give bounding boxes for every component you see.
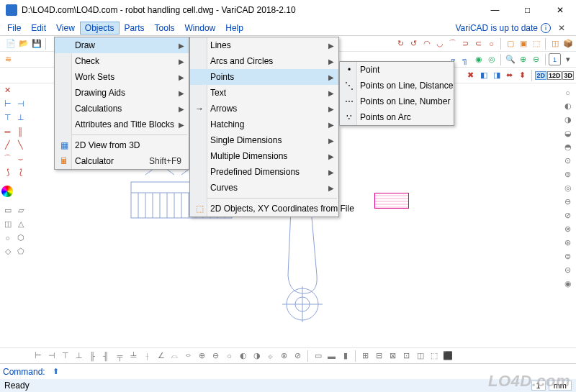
open-file-icon[interactable]: 📂 bbox=[17, 37, 30, 50]
menu-points-distance[interactable]: ⋱Points on Line, Distance bbox=[340, 78, 454, 94]
bt-10-icon[interactable]: ∠ bbox=[155, 350, 167, 362]
lt-misc2-icon[interactable]: ⬠ bbox=[14, 245, 27, 257]
rt-9-icon[interactable]: ⊖ bbox=[562, 196, 574, 208]
arc5-icon[interactable]: ⊂ bbox=[472, 37, 485, 50]
bt-9-icon[interactable]: ⟊ bbox=[141, 350, 153, 362]
lt-seg-icon[interactable]: ⊢ bbox=[1, 98, 14, 110]
menu-tools[interactable]: Tools bbox=[150, 22, 180, 35]
tool-a4-icon[interactable]: ◎ bbox=[485, 53, 498, 65]
arc3-icon[interactable]: ⌒ bbox=[446, 37, 459, 50]
rotate2-icon[interactable]: ↺ bbox=[408, 37, 420, 50]
menu-draw[interactable]: Draw▶ bbox=[55, 37, 189, 53]
menu-point[interactable]: •Point bbox=[340, 62, 454, 78]
wf3-icon[interactable]: ⬌ bbox=[503, 69, 516, 81]
bt-8-icon[interactable]: ╧ bbox=[127, 350, 140, 362]
bt-11-icon[interactable]: ⌓ bbox=[168, 350, 181, 362]
mode-12d-button[interactable]: 12D bbox=[547, 71, 562, 80]
bt-23-icon[interactable]: ▮ bbox=[339, 350, 351, 362]
bt-12-icon[interactable]: ⌔ bbox=[182, 350, 194, 362]
bt-22-icon[interactable]: ▬ bbox=[325, 350, 338, 362]
lt-vline-icon[interactable]: ║ bbox=[14, 125, 27, 137]
menu-2d-from-3d[interactable]: ▦2D View from 3D bbox=[55, 137, 189, 153]
bt-26-icon[interactable]: ⊠ bbox=[387, 350, 399, 362]
bt-27-icon[interactable]: ⊡ bbox=[400, 350, 413, 362]
menu-arcs[interactable]: Arcs and Circles▶ bbox=[190, 53, 338, 69]
minimize-button[interactable]: — bbox=[479, 0, 511, 20]
lt-curve2-icon[interactable]: ⟅ bbox=[14, 166, 27, 178]
zoom-fit-icon[interactable]: 🔍 bbox=[504, 53, 516, 65]
bt-7-icon[interactable]: ╤ bbox=[114, 350, 126, 362]
menu-points-number[interactable]: ⋯Points on Line, Number bbox=[340, 94, 454, 109]
tool-a3-icon[interactable]: ◉ bbox=[472, 53, 485, 65]
lt-arc1-icon[interactable]: ⌒ bbox=[1, 152, 14, 165]
menu-arrows[interactable]: →Arrows▶ bbox=[190, 101, 338, 117]
box5-icon[interactable]: 📦 bbox=[562, 37, 574, 50]
bt-6-icon[interactable]: ╢ bbox=[100, 350, 112, 362]
lt-diag2-icon[interactable]: ╲ bbox=[14, 139, 27, 151]
bt-5-icon[interactable]: ╟ bbox=[86, 350, 99, 362]
close-status-icon[interactable]: ✕ bbox=[554, 23, 570, 33]
lt-x-icon[interactable]: ✕ bbox=[1, 84, 14, 96]
save-icon[interactable]: 💾 bbox=[30, 37, 42, 50]
bt-13-icon[interactable]: ⊕ bbox=[196, 350, 208, 362]
lt-hline-icon[interactable]: ═ bbox=[1, 125, 14, 137]
menu-curves[interactable]: Curves▶ bbox=[190, 180, 338, 196]
rt-13-icon[interactable]: ⊜ bbox=[562, 250, 574, 263]
menu-check[interactable]: Check▶ bbox=[55, 53, 189, 69]
mode-2d-button[interactable]: 2D bbox=[535, 71, 546, 80]
menu-file[interactable]: File bbox=[2, 22, 26, 35]
rt-6-icon[interactable]: ⊙ bbox=[562, 155, 574, 167]
bt-17-icon[interactable]: ◑ bbox=[251, 350, 263, 362]
lt-ext-icon[interactable]: ⊥ bbox=[14, 111, 27, 124]
tool-a2-icon[interactable]: ╗ bbox=[459, 53, 472, 65]
bt-3-icon[interactable]: ⊤ bbox=[59, 350, 71, 362]
menu-drawing-aids[interactable]: Drawing Aids▶ bbox=[55, 85, 189, 101]
menu-parts[interactable]: Parts bbox=[120, 22, 150, 35]
menu-help[interactable]: Help bbox=[220, 22, 248, 35]
menu-2d-from-file[interactable]: ⬚2D Objects, XY Coordinates from File bbox=[190, 201, 338, 216]
menu-view[interactable]: View bbox=[51, 22, 80, 35]
box1-icon[interactable]: ▢ bbox=[504, 37, 516, 50]
grid-num-icon[interactable]: 1 bbox=[549, 53, 561, 65]
menu-calculations[interactable]: Calculations▶ bbox=[55, 101, 189, 117]
bt-25-icon[interactable]: ⊟ bbox=[373, 350, 385, 362]
rt-7-icon[interactable]: ⊚ bbox=[562, 168, 574, 181]
new-file-icon[interactable]: 📄 bbox=[4, 37, 17, 50]
lt-misc1-icon[interactable]: ◇ bbox=[1, 245, 14, 257]
info-icon[interactable]: i bbox=[541, 23, 551, 33]
close-button[interactable]: ✕ bbox=[544, 0, 576, 20]
lt-box-icon[interactable]: ◫ bbox=[1, 218, 14, 230]
bt-18-icon[interactable]: ⟐ bbox=[264, 350, 276, 362]
menu-calculator[interactable]: 🖩CalculatorShift+F9 bbox=[55, 153, 189, 169]
lt-curve1-icon[interactable]: ⟆ bbox=[1, 166, 14, 178]
rt-8-icon[interactable]: ◎ bbox=[562, 182, 574, 194]
bt-28-icon[interactable]: ◫ bbox=[414, 350, 426, 362]
bt-21-icon[interactable]: ▭ bbox=[312, 350, 324, 362]
wf4-icon[interactable]: ⬍ bbox=[516, 69, 528, 81]
rt-3-icon[interactable]: ◑ bbox=[562, 114, 574, 126]
arc2-icon[interactable]: ◡ bbox=[433, 37, 446, 50]
menu-objects[interactable]: Objects bbox=[80, 22, 120, 35]
arc4-icon[interactable]: ⊃ bbox=[459, 37, 472, 50]
lt-circ-icon[interactable]: ○ bbox=[1, 232, 14, 244]
lt-tri-icon[interactable]: △ bbox=[14, 218, 27, 230]
menu-lines[interactable]: Lines▶ bbox=[190, 37, 338, 53]
lt-poly-icon[interactable]: ⬡ bbox=[14, 232, 27, 244]
rt-11-icon[interactable]: ⊗ bbox=[562, 223, 574, 235]
rt-10-icon[interactable]: ⊘ bbox=[562, 209, 574, 222]
box2-icon[interactable]: ▣ bbox=[517, 37, 529, 50]
rt-14-icon[interactable]: ⊝ bbox=[562, 264, 574, 276]
bt-29-icon[interactable]: ⬚ bbox=[428, 350, 440, 362]
rt-5-icon[interactable]: ◓ bbox=[562, 141, 574, 153]
bt-4-icon[interactable]: ⊥ bbox=[73, 350, 85, 362]
maximize-button[interactable]: □ bbox=[511, 0, 544, 20]
bt-30-icon[interactable]: ⬛ bbox=[441, 350, 454, 362]
bt-1-icon[interactable]: ⊢ bbox=[32, 350, 44, 362]
box3-icon[interactable]: ⬚ bbox=[530, 37, 542, 50]
bt-24-icon[interactable]: ⊞ bbox=[359, 350, 372, 362]
grid-v-icon[interactable]: ▾ bbox=[562, 53, 574, 65]
menu-work-sets[interactable]: Work Sets▶ bbox=[55, 69, 189, 85]
rt-15-icon[interactable]: ◉ bbox=[562, 278, 574, 290]
mode-3d-button[interactable]: 3D bbox=[562, 71, 574, 80]
lt-trim-icon[interactable]: ⊤ bbox=[1, 111, 14, 124]
